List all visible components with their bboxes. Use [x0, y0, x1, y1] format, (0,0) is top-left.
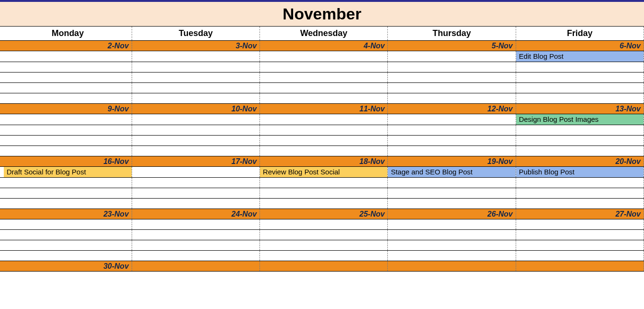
slot-cell[interactable]	[132, 219, 259, 230]
slot-cell[interactable]	[516, 125, 644, 136]
slot-cell[interactable]	[388, 230, 516, 240]
slot-cell[interactable]	[260, 219, 388, 230]
slot-cell[interactable]	[516, 219, 644, 230]
date-cell[interactable]: 12-Nov	[388, 104, 516, 114]
slot-cell[interactable]	[132, 251, 259, 261]
slot-cell[interactable]	[4, 83, 132, 93]
task-entry[interactable]: Stage and SEO Blog Post	[388, 167, 515, 177]
date-cell[interactable]: 9-Nov	[4, 104, 132, 114]
task-entry[interactable]: Draft Social for Blog Post	[4, 167, 132, 177]
slot-cell[interactable]	[388, 251, 516, 261]
slot-cell[interactable]	[260, 125, 388, 136]
slot-cell[interactable]	[4, 240, 132, 251]
slot-cell[interactable]	[132, 114, 259, 125]
slot-cell[interactable]	[388, 114, 516, 125]
date-cell[interactable]: 19-Nov	[388, 156, 516, 167]
slot-cell[interactable]: Draft Social for Blog Post	[4, 167, 132, 178]
slot-cell[interactable]	[132, 167, 259, 178]
slot-cell[interactable]	[4, 51, 132, 62]
date-cell[interactable]: 30-Nov	[4, 261, 132, 272]
slot-cell[interactable]: Publish Blog Post	[516, 167, 644, 178]
slot-cell[interactable]	[260, 230, 388, 240]
date-cell[interactable]	[132, 261, 259, 272]
slot-cell[interactable]	[4, 199, 132, 209]
date-cell[interactable]: 2-Nov	[4, 41, 132, 51]
slot-cell[interactable]	[388, 93, 516, 104]
slot-cell[interactable]	[516, 62, 644, 73]
slot-cell[interactable]: Edit Blog Post	[516, 51, 644, 62]
slot-cell[interactable]	[132, 188, 259, 199]
slot-cell[interactable]	[388, 83, 516, 93]
slot-cell[interactable]	[4, 230, 132, 240]
date-cell[interactable]: 20-Nov	[516, 156, 644, 167]
date-cell[interactable]: 13-Nov	[516, 104, 644, 114]
date-cell[interactable]: 5-Nov	[388, 41, 516, 51]
date-cell[interactable]: 26-Nov	[388, 209, 516, 219]
slot-cell[interactable]	[388, 125, 516, 136]
task-entry[interactable]: Design Blog Post Images	[516, 114, 644, 125]
slot-cell[interactable]	[132, 136, 259, 146]
slot-cell[interactable]	[4, 114, 132, 125]
date-cell[interactable]: 25-Nov	[260, 209, 388, 219]
date-cell[interactable]: 3-Nov	[132, 41, 259, 51]
slot-cell[interactable]	[132, 146, 259, 156]
slot-cell[interactable]	[516, 251, 644, 261]
date-cell[interactable]: 10-Nov	[132, 104, 259, 114]
slot-cell[interactable]	[132, 178, 259, 188]
date-cell[interactable]: 17-Nov	[132, 156, 259, 167]
slot-cell[interactable]	[4, 219, 132, 230]
slot-cell[interactable]	[260, 251, 388, 261]
date-cell[interactable]	[260, 261, 388, 272]
task-entry[interactable]: Publish Blog Post	[516, 167, 644, 177]
slot-cell[interactable]	[4, 93, 132, 104]
slot-cell[interactable]	[388, 62, 516, 73]
slot-cell[interactable]	[260, 51, 388, 62]
slot-cell[interactable]	[4, 146, 132, 156]
slot-cell[interactable]	[4, 125, 132, 136]
slot-cell[interactable]	[260, 73, 388, 83]
date-cell[interactable]: 6-Nov	[516, 41, 644, 51]
slot-cell[interactable]	[132, 73, 259, 83]
date-cell[interactable]: 24-Nov	[132, 209, 259, 219]
slot-cell[interactable]	[388, 178, 516, 188]
slot-cell[interactable]	[132, 51, 259, 62]
slot-cell[interactable]	[388, 240, 516, 251]
slot-cell[interactable]	[132, 199, 259, 209]
date-cell[interactable]: 16-Nov	[4, 156, 132, 167]
slot-cell[interactable]	[260, 83, 388, 93]
slot-cell[interactable]	[260, 146, 388, 156]
slot-cell[interactable]	[388, 136, 516, 146]
slot-cell[interactable]	[4, 136, 132, 146]
slot-cell[interactable]	[388, 51, 516, 62]
slot-cell[interactable]	[388, 199, 516, 209]
slot-cell[interactable]	[4, 251, 132, 261]
slot-cell[interactable]	[516, 83, 644, 93]
slot-cell[interactable]	[4, 62, 132, 73]
slot-cell[interactable]	[132, 83, 259, 93]
slot-cell[interactable]	[388, 146, 516, 156]
task-entry[interactable]: Edit Blog Post	[516, 51, 644, 62]
slot-cell[interactable]	[260, 240, 388, 251]
slot-cell[interactable]	[516, 199, 644, 209]
slot-cell[interactable]	[388, 73, 516, 83]
slot-cell[interactable]	[516, 73, 644, 83]
slot-cell[interactable]	[4, 73, 132, 83]
slot-cell[interactable]	[516, 178, 644, 188]
date-cell[interactable]: 23-Nov	[4, 209, 132, 219]
slot-cell[interactable]	[260, 62, 388, 73]
slot-cell[interactable]	[516, 230, 644, 240]
slot-cell[interactable]	[132, 125, 259, 136]
slot-cell[interactable]	[132, 230, 259, 240]
slot-cell[interactable]	[388, 188, 516, 199]
slot-cell[interactable]	[516, 136, 644, 146]
slot-cell[interactable]	[260, 199, 388, 209]
slot-cell[interactable]	[388, 219, 516, 230]
slot-cell[interactable]	[260, 93, 388, 104]
slot-cell[interactable]	[132, 240, 259, 251]
date-cell[interactable]: 18-Nov	[260, 156, 388, 167]
slot-cell[interactable]: Review Blog Post Social	[260, 167, 388, 178]
date-cell[interactable]: 27-Nov	[516, 209, 644, 219]
slot-cell[interactable]	[260, 178, 388, 188]
date-cell[interactable]: 4-Nov	[260, 41, 388, 51]
slot-cell[interactable]	[260, 114, 388, 125]
